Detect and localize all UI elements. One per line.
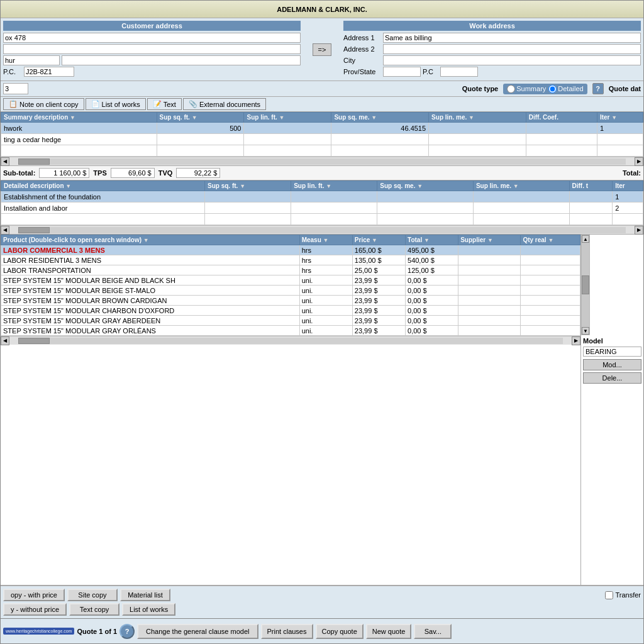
detail-col-diff[interactable]: Diff. t: [569, 181, 613, 191]
detail-col-linft[interactable]: Sup lin. ft. ▼: [291, 181, 377, 191]
list-of-works-button[interactable]: List of works: [122, 603, 175, 616]
summary-col-linme[interactable]: Sup lin. me. ▼: [429, 113, 526, 123]
scroll-track[interactable]: [18, 158, 626, 165]
summary-row2-sqft: [157, 134, 244, 145]
tps-value: 69,60 $: [111, 168, 155, 178]
product-row5-name: STEP SYSTEM 15" MODULAR BEIGE ST-MALO: [1, 286, 300, 296]
transfer-checkbox[interactable]: [605, 591, 613, 599]
product-col-supplier[interactable]: Supplier ▼: [458, 235, 521, 245]
product-row-4[interactable]: STEP SYSTEM 15" MODULAR BEIGE AND BLACK …: [1, 275, 580, 286]
product-horiz-scroll[interactable]: ◀ ▶: [1, 336, 580, 345]
product-scroll-track[interactable]: [18, 338, 563, 344]
tps-label: TPS: [93, 169, 106, 177]
product-scroll-thumb[interactable]: [18, 338, 50, 344]
work-addr2[interactable]: [383, 44, 641, 54]
detail-horiz-scroll[interactable]: ◀ ▶: [1, 225, 643, 234]
summary-radio-option[interactable]: Summary: [507, 85, 546, 93]
vscroll-down[interactable]: ▼: [582, 327, 589, 335]
change-clause-button[interactable]: Change the general clause model: [137, 624, 258, 639]
tvq-label: TVQ: [158, 169, 173, 177]
product-scroll-left[interactable]: ◀: [1, 336, 9, 345]
detail-scroll-thumb[interactable]: [18, 227, 50, 233]
text-copy-button[interactable]: Text copy: [69, 603, 119, 616]
product-row-1[interactable]: LABOR COMMERCIAL 3 MENS hrs 165,00 $ 495…: [1, 245, 580, 255]
summary-col-diff[interactable]: Diff. Coef.: [526, 113, 597, 123]
summary-col-sqft[interactable]: Sup sq. ft. ▼: [157, 113, 244, 123]
detailed-radio-option[interactable]: Detailed: [548, 85, 583, 93]
product-row-9[interactable]: STEP SYSTEM 15" MODULAR GRAY ORLÉANS uni…: [1, 326, 580, 336]
product-row-8[interactable]: STEP SYSTEM 15" MODULAR GRAY ABERDEEN un…: [1, 316, 580, 326]
copy-without-price-button[interactable]: y - without price: [3, 603, 67, 616]
scroll-thumb[interactable]: [18, 158, 50, 165]
tab-external-docs[interactable]: 📎 External documents: [183, 98, 266, 110]
summary-row-3[interactable]: [1, 145, 643, 157]
product-col-price[interactable]: Price ▼: [352, 235, 405, 245]
new-quote-button[interactable]: New quote: [366, 624, 412, 639]
detail-scroll-track[interactable]: [18, 227, 626, 233]
work-pc[interactable]: [440, 67, 478, 77]
summary-radio[interactable]: [507, 85, 515, 93]
model-modify-button[interactable]: Mod...: [583, 359, 641, 370]
tab-text[interactable]: 📝 Text: [147, 98, 182, 110]
help-button[interactable]: ?: [119, 624, 135, 639]
product-row3-price: 25,00 $: [352, 265, 405, 275]
detail-row-1[interactable]: Establishment of the foundation 1: [1, 191, 643, 203]
quote-type-help-button[interactable]: ?: [592, 83, 604, 94]
detail-col-desc[interactable]: Detailed description ▼: [1, 181, 205, 191]
customer-addr-line2[interactable]: [3, 44, 301, 54]
copy-quote-button[interactable]: Copy quote: [316, 624, 364, 639]
quote-number-input[interactable]: [3, 83, 28, 94]
detail-scroll-right[interactable]: ▶: [635, 226, 643, 235]
tab-note-client-copy[interactable]: 📋 Note on client copy: [3, 98, 84, 110]
transfer-label: Transfer: [615, 591, 641, 599]
product-table-container: Product (Double-click to open search win…: [1, 235, 643, 586]
copy-with-price-button[interactable]: opy - with price: [3, 589, 65, 601]
work-city[interactable]: [383, 55, 641, 65]
summary-row-2[interactable]: ting a cedar hedge: [1, 134, 643, 145]
summary-row-1[interactable]: hwork 500 46.4515 1: [1, 123, 643, 134]
product-col-total[interactable]: Total ▼: [406, 235, 458, 245]
product-col-measure[interactable]: Measu ▼: [299, 235, 352, 245]
customer-city[interactable]: [3, 55, 60, 65]
print-clauses-button[interactable]: Print clauses: [261, 624, 313, 639]
product-row3-name: LABOR TRANSPORTATION: [1, 265, 300, 275]
detail-col-sqft[interactable]: Sup sq. ft. ▼: [205, 181, 291, 191]
scroll-right-arrow-summary[interactable]: ▶: [635, 157, 643, 166]
detail-row-3[interactable]: [1, 214, 643, 225]
summary-col-desc[interactable]: Summary description ▼: [1, 113, 157, 123]
product-row-7[interactable]: STEP SYSTEM 15" MODULAR CHARBON D'OXFORD…: [1, 306, 580, 316]
model-delete-button[interactable]: Dele...: [583, 372, 641, 384]
summary-col-iter[interactable]: Iter ▼: [597, 113, 643, 123]
detail-row-2[interactable]: Installation and labor 2: [1, 203, 643, 214]
copy-address-button[interactable]: =>: [313, 43, 332, 56]
work-addr1[interactable]: [383, 33, 641, 43]
product-col-name[interactable]: Product (Double-click to open search win…: [1, 235, 300, 245]
save-button[interactable]: Sav...: [414, 624, 452, 639]
customer-city2[interactable]: [62, 55, 301, 65]
product-row-2[interactable]: LABOR RESIDENTIAL 3 MENS hrs 135,00 $ 54…: [1, 255, 580, 265]
detail-col-iter[interactable]: Iter: [613, 181, 643, 191]
tab-list-of-works[interactable]: 📄 List of works: [86, 98, 146, 110]
material-list-button[interactable]: Material list: [120, 589, 170, 601]
summary-horiz-scroll[interactable]: ◀ ▶: [1, 157, 643, 165]
summary-col-linft[interactable]: Sup lin. ft. ▼: [244, 113, 331, 123]
detailed-radio[interactable]: [548, 85, 557, 93]
product-row-5[interactable]: STEP SYSTEM 15" MODULAR BEIGE ST-MALO un…: [1, 286, 580, 296]
tab-external-label: External documents: [199, 101, 260, 108]
detail-col-linme[interactable]: Sup lin. me. ▼: [473, 181, 569, 191]
summary-col-sqme[interactable]: Sup sq. me. ▼: [331, 113, 429, 123]
product-col-qty[interactable]: Qty real ▼: [521, 235, 580, 245]
detail-scroll-left[interactable]: ◀: [1, 226, 9, 235]
work-prov[interactable]: [383, 67, 421, 77]
site-copy-button[interactable]: Site copy: [67, 589, 118, 601]
customer-addr-line1[interactable]: [3, 33, 301, 43]
scroll-left-arrow[interactable]: ◀: [1, 157, 9, 166]
customer-pc[interactable]: [24, 67, 74, 77]
detail-col-sqme[interactable]: Sup sq. me. ▼: [377, 181, 474, 191]
product-row7-total: 0,00 $: [406, 306, 458, 316]
product-row-3[interactable]: LABOR TRANSPORTATION hrs 25,00 $ 125,00 …: [1, 265, 580, 275]
vscroll-thumb[interactable]: [582, 275, 589, 294]
product-row-6[interactable]: STEP SYSTEM 15" MODULAR BROWN CARDIGAN u…: [1, 296, 580, 306]
vscroll-up[interactable]: ▲: [582, 235, 589, 243]
product-scroll-right[interactable]: ▶: [572, 336, 580, 345]
